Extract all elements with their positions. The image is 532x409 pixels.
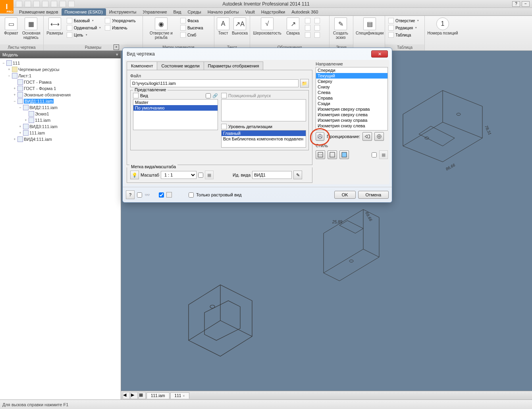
sym-button[interactable] xyxy=(304,17,311,24)
list-item[interactable]: Изометрия сверху справа xyxy=(316,106,387,112)
tab-manage[interactable]: Управление xyxy=(139,8,170,15)
view-rep-list[interactable]: Master По умолчанию xyxy=(133,99,218,130)
lightbulb-button[interactable]: 💡 xyxy=(130,171,139,179)
hidden-removed-button[interactable] xyxy=(328,150,337,159)
tree-item[interactable]: −ВИД1:111.iam xyxy=(2,98,119,104)
tab-grid-icon[interactable]: ▦ xyxy=(139,392,146,399)
direction-list[interactable]: СпередиТекущийСверхуСнизуСлеваСправаСзад… xyxy=(316,67,388,131)
help-icon[interactable]: ? xyxy=(512,1,520,7)
tree-item[interactable]: ГОСТ - Рамка xyxy=(2,79,119,85)
list-item[interactable]: Справа xyxy=(316,95,387,101)
model-tree[interactable]: −111 +Чертежные ресурсы−Лист:1 ГОСТ - Ра… xyxy=(0,58,121,399)
title-block-button[interactable]: ▦Основная надпись xyxy=(22,17,40,40)
tree-item[interactable]: +Чертежные ресурсы xyxy=(2,66,119,73)
help-button[interactable]: ? xyxy=(126,190,135,199)
scale-edit-button[interactable]: ▦ xyxy=(205,171,214,179)
specs-button[interactable]: ▤Спецификации xyxy=(356,17,384,35)
dialog-close-button[interactable]: ✕ xyxy=(371,50,388,58)
balloon-button[interactable]: 1Номера позиций xyxy=(427,17,458,35)
tab-nav-icon[interactable]: ▶ xyxy=(131,392,138,399)
list-item[interactable]: Изометрия снизу слева xyxy=(316,123,387,129)
table-button[interactable]: Таблица xyxy=(387,32,420,38)
list-item[interactable]: Текущий xyxy=(316,73,387,79)
sym4-button[interactable] xyxy=(314,17,321,24)
tab-nav-icon[interactable]: ◀ xyxy=(123,392,130,399)
sketch-button[interactable]: ✎Создать эскиз xyxy=(332,17,349,40)
list-item[interactable]: Вся Библиотека компонентов подавлен xyxy=(222,136,306,142)
list-item[interactable]: Изометрия снизу справа xyxy=(316,117,387,123)
scale-checkbox[interactable] xyxy=(198,173,203,178)
sym3-button[interactable] xyxy=(304,32,311,38)
tab-addins[interactable]: Надстройки xyxy=(258,8,288,15)
list-item[interactable]: Спереди xyxy=(316,67,387,73)
ordinate-button[interactable]: Ординатный▾ xyxy=(66,25,102,31)
qat-open-icon[interactable] xyxy=(25,1,31,7)
tree-item[interactable]: +ВИД3:111.iam xyxy=(2,123,119,130)
tab-view[interactable]: Вид xyxy=(170,8,185,15)
list-item[interactable]: Главный xyxy=(222,131,306,136)
file-input[interactable] xyxy=(130,79,299,87)
dimensions-button[interactable]: ⟷Размеры xyxy=(46,17,64,35)
tree-item[interactable]: +111.iam xyxy=(2,130,119,136)
qat-redo-icon[interactable] xyxy=(51,1,57,7)
tree-item[interactable]: +ГОСТ - Форма 1 xyxy=(2,85,119,92)
arrange-button[interactable]: Упорядочить xyxy=(104,17,137,24)
hole-thread-button[interactable]: ◉Отверстие и резьба xyxy=(145,17,177,40)
tab-autodesk360[interactable]: Autodesk 360 xyxy=(288,8,321,15)
leader-button[interactable]: ↗AВыноска xyxy=(232,17,248,35)
hidden-line-button[interactable] xyxy=(316,150,325,159)
qat-new-icon[interactable] xyxy=(16,1,22,7)
dialog-titlebar[interactable]: Вид чертежа ✕ xyxy=(123,48,392,60)
tab-tools[interactable]: Инструменты xyxy=(106,8,140,15)
qat-more-icon[interactable] xyxy=(68,1,75,7)
close-icon[interactable]: × xyxy=(183,394,185,398)
sym2-button[interactable] xyxy=(304,25,311,31)
viewid-input[interactable] xyxy=(252,171,292,179)
tab-component[interactable]: Компонент xyxy=(127,61,157,70)
scale-select[interactable]: 1 : 1 xyxy=(161,171,197,179)
tree-item[interactable]: Эскиз1 xyxy=(2,111,119,117)
browse-file-button[interactable]: 📁 xyxy=(300,79,309,88)
tab-place-views[interactable]: Размещение видов xyxy=(16,8,62,15)
baseline-button[interactable]: Базовый▾ xyxy=(66,17,102,24)
chamfer-button[interactable]: Фаска xyxy=(179,17,204,24)
third-angle-button[interactable] xyxy=(374,132,384,141)
surface-button[interactable]: √Шероховатость xyxy=(253,17,282,35)
cancel-button[interactable]: Отмена xyxy=(358,191,389,199)
shaded-button[interactable] xyxy=(339,150,349,159)
tab-vault[interactable]: Vault xyxy=(242,8,258,15)
qat-save-icon[interactable] xyxy=(33,1,40,7)
app-icon[interactable]: IPRO xyxy=(0,0,13,13)
positional-list[interactable] xyxy=(221,99,306,121)
style-checkbox[interactable] xyxy=(372,152,377,157)
format-button[interactable]: ▭Формат xyxy=(2,17,20,35)
chain-button[interactable]: Цепь▾ xyxy=(66,32,102,38)
opt1-checkbox[interactable] xyxy=(137,192,142,198)
tab-model-state[interactable]: Состояние модели xyxy=(157,61,204,70)
list-item[interactable]: Изометрия сверху слева xyxy=(316,112,387,117)
list-item[interactable]: Master xyxy=(133,100,218,105)
raster-button[interactable]: ▦ xyxy=(379,150,388,159)
bend-button[interactable]: Сгиб xyxy=(179,32,204,38)
tree-item[interactable]: −ВИД2:111.iam xyxy=(2,104,119,111)
tab-display-options[interactable]: Параметры отображения xyxy=(204,61,264,70)
punch-button[interactable]: Высечка xyxy=(179,25,204,31)
list-item[interactable]: Сверху xyxy=(316,79,387,84)
assoc-checkbox[interactable] xyxy=(206,93,211,98)
raster-only-checkbox[interactable] xyxy=(189,192,194,198)
qat-print-icon[interactable] xyxy=(60,1,66,7)
edit-label-button[interactable]: ✎ xyxy=(293,171,302,179)
weld-button[interactable]: ↗Сварка xyxy=(284,17,302,35)
first-angle-button[interactable] xyxy=(362,132,372,141)
tab-environments[interactable]: Среды xyxy=(185,8,204,15)
panel-close-icon[interactable]: × xyxy=(114,44,119,50)
list-item[interactable]: Сзади xyxy=(316,101,387,106)
list-item[interactable]: По умолчанию xyxy=(133,105,218,111)
doc-tab[interactable]: 111× xyxy=(170,392,189,399)
tab-annotate-eskd[interactable]: Пояснение (ESKD) xyxy=(62,8,106,15)
qat-undo-icon[interactable] xyxy=(42,1,48,7)
text-button[interactable]: AТекст xyxy=(217,17,229,35)
tree-item[interactable]: −Лист:1 xyxy=(2,73,119,79)
opt2-checkbox[interactable] xyxy=(159,192,164,198)
list-item[interactable]: Слева xyxy=(316,90,387,95)
